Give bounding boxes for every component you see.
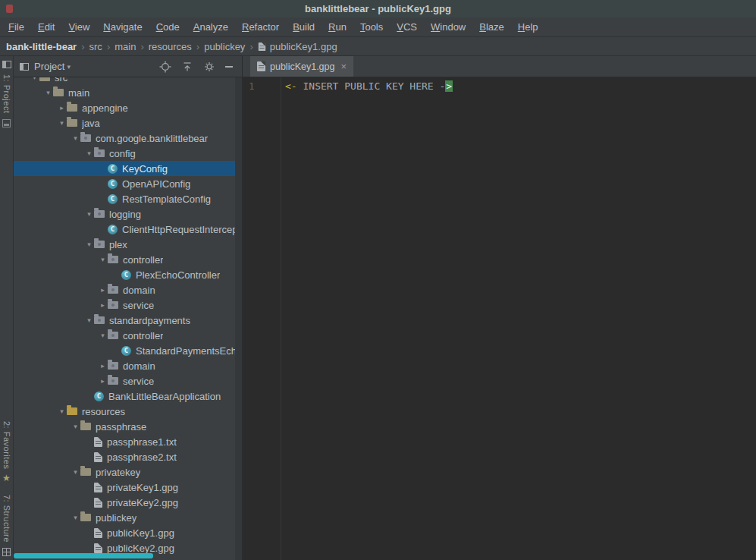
project-tool-icon[interactable] — [2, 119, 11, 127]
tree-row[interactable]: ▾ resources — [14, 404, 242, 419]
expand-chevron-icon[interactable]: ▾ — [71, 423, 80, 430]
settings-gear-icon[interactable] — [203, 61, 215, 73]
tree-item-label: plex — [109, 239, 127, 250]
menu-item-code[interactable]: Code — [149, 17, 187, 36]
locate-file-icon[interactable] — [159, 61, 171, 73]
tree-row[interactable]: ▾ privatekey — [14, 464, 242, 480]
tree-row[interactable]: privateKey1.gpg — [14, 480, 242, 495]
menu-item-refactor[interactable]: Refactor — [235, 17, 286, 36]
expand-chevron-icon[interactable]: ▸ — [98, 286, 108, 294]
breadcrumb-item-main[interactable]: main — [114, 41, 136, 52]
star-icon[interactable]: ★ — [2, 473, 11, 483]
tab-publickey1-gpg[interactable]: publicKey1.gpg × — [250, 56, 353, 77]
expand-chevron-icon[interactable]: ▸ — [98, 362, 108, 370]
expand-chevron-icon[interactable]: ▸ — [98, 377, 108, 385]
tree-row[interactable]: ▾ com.google.banklittlebear — [14, 131, 242, 146]
tree-row[interactable]: passphrase1.txt — [14, 434, 242, 449]
breadcrumb-item-project[interactable]: bank-little-bear — [6, 41, 77, 52]
tree-row[interactable]: C KeyConfig — [14, 161, 242, 176]
expand-chevron-icon[interactable]: ▾ — [71, 468, 80, 476]
tool-window-icon[interactable] — [2, 61, 11, 68]
tree-item-label: controller — [123, 330, 163, 341]
menu-item-navigate[interactable]: Navigate — [96, 17, 149, 36]
menu-item-file[interactable]: File — [2, 17, 31, 36]
folder-icon — [80, 423, 91, 430]
tree-row[interactable]: ▾ plex — [14, 237, 242, 252]
tree-row[interactable]: publicKey1.gpg — [14, 525, 242, 540]
breadcrumb-item-file[interactable]: publicKey1.gpg — [270, 41, 337, 52]
tree-row[interactable]: ▾ src — [14, 77, 242, 85]
menu-item-window[interactable]: Window — [424, 17, 472, 36]
tree-row[interactable]: passphrase2.txt — [14, 449, 242, 464]
menu-item-edit[interactable]: Edit — [31, 17, 61, 36]
structure-icon[interactable] — [2, 548, 11, 556]
close-tab-icon[interactable]: × — [340, 61, 347, 71]
tool-strip-structure-button[interactable]: 7: Structure — [2, 495, 11, 543]
menu-item-blaze[interactable]: Blaze — [472, 17, 511, 36]
expand-chevron-icon[interactable]: ▾ — [84, 210, 94, 218]
tree-row[interactable]: C PlexEchoController — [14, 267, 242, 282]
expand-chevron-icon[interactable]: ▸ — [57, 104, 67, 112]
menu-item-run[interactable]: Run — [322, 17, 353, 36]
tree-horizontal-scrollbar-thumb[interactable] — [14, 553, 153, 558]
tree-row[interactable]: ▾ passphrase — [14, 419, 242, 434]
tree-row[interactable]: ▸ service — [14, 373, 242, 389]
tree-row[interactable]: ▾ java — [14, 115, 242, 131]
expand-chevron-icon[interactable]: ▸ — [98, 301, 108, 309]
tree-row[interactable]: C BankLittleBearApplication — [14, 389, 242, 404]
tree-item-label: src — [55, 77, 67, 83]
tree-row[interactable]: ▾ publickey — [14, 510, 242, 525]
tree-item-label: java — [82, 118, 100, 129]
tree-row[interactable]: ▾ main — [14, 85, 242, 100]
hide-panel-icon[interactable] — [225, 66, 233, 68]
class-icon: C — [108, 179, 118, 189]
breadcrumb-item-src[interactable]: src — [89, 41, 102, 52]
tool-strip-project-button[interactable]: 1: Project — [2, 74, 11, 113]
tree-row[interactable]: C StandardPaymentsEch — [14, 343, 242, 358]
file-icon — [94, 452, 102, 462]
tree-row[interactable]: C ClientHttpRequestIntercep — [14, 222, 242, 237]
menu-item-view[interactable]: View — [61, 17, 96, 36]
expand-chevron-icon[interactable]: ▾ — [98, 256, 108, 263]
menu-item-build[interactable]: Build — [286, 17, 322, 36]
tree-row[interactable]: ▾ logging — [14, 206, 242, 222]
menu-item-analyze[interactable]: Analyze — [187, 17, 235, 36]
expand-chevron-icon[interactable]: ▾ — [71, 134, 80, 142]
package-icon — [108, 377, 118, 385]
expand-chevron-icon[interactable]: ▾ — [71, 514, 80, 521]
expand-chevron-icon[interactable]: ▾ — [57, 119, 67, 127]
editor-area: 1 <- INSERT PUBLIC KEY HERE -> — [243, 77, 756, 560]
tree-row[interactable]: privateKey2.gpg — [14, 495, 242, 510]
breadcrumb-item-resources[interactable]: resources — [149, 41, 192, 52]
expand-chevron-icon[interactable]: ▾ — [84, 316, 94, 324]
tree-row[interactable]: ▾ controller — [14, 328, 242, 343]
expand-chevron-icon[interactable]: ▾ — [84, 149, 94, 157]
tree-row[interactable]: C RestTemplateConfig — [14, 191, 242, 206]
expand-chevron-icon[interactable]: ▾ — [57, 407, 67, 415]
project-panel-title[interactable]: Project — [34, 61, 64, 72]
menu-item-help[interactable]: Help — [511, 17, 545, 36]
tool-strip-favorites-button[interactable]: 2: Favorites — [2, 421, 11, 469]
expand-chevron-icon[interactable]: ▾ — [43, 89, 53, 96]
tree-row[interactable]: ▸ domain — [14, 358, 242, 373]
expand-chevron-icon[interactable]: ▾ — [98, 332, 108, 339]
tree-item-label: standardpayments — [109, 315, 190, 326]
tree-row[interactable]: ▸ appengine — [14, 100, 242, 115]
tree-item-label: privatekey — [96, 467, 140, 478]
code-line-1[interactable]: <- INSERT PUBLIC KEY HERE -> — [285, 80, 756, 93]
tree-row[interactable]: C OpenAPIConfig — [14, 176, 242, 191]
dropdown-caret-icon[interactable]: ▾ — [67, 63, 71, 71]
expand-chevron-icon[interactable]: ▾ — [84, 241, 94, 248]
menu-item-vcs[interactable]: VCS — [390, 17, 424, 36]
editor-code[interactable]: <- INSERT PUBLIC KEY HERE -> — [281, 77, 756, 560]
tree-row[interactable]: ▾ config — [14, 146, 242, 161]
code-token-text: INSERT PUBLIC KEY HERE - — [297, 80, 446, 92]
expand-chevron-icon[interactable]: ▾ — [30, 77, 39, 81]
breadcrumb-item-publickey[interactable]: publickey — [204, 41, 245, 52]
collapse-all-icon[interactable] — [181, 61, 193, 73]
tree-row[interactable]: ▸ domain — [14, 282, 242, 297]
tree-row[interactable]: ▸ service — [14, 297, 242, 313]
tree-row[interactable]: ▾ standardpayments — [14, 313, 242, 328]
tree-row[interactable]: ▾ controller — [14, 252, 242, 267]
menu-item-tools[interactable]: Tools — [353, 17, 390, 36]
